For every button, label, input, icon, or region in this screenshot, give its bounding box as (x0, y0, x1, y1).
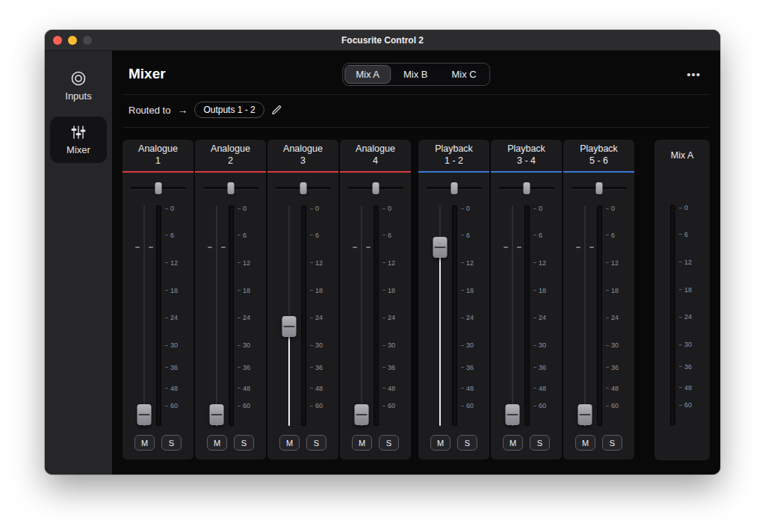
scale-tick-icon (382, 388, 385, 389)
mute-button[interactable]: M (352, 435, 372, 451)
pan-slider[interactable] (572, 182, 627, 194)
solo-button[interactable]: S (457, 435, 477, 451)
scale-number: 36 (388, 364, 395, 371)
db-scale-label: 60 (533, 402, 546, 409)
pan-slider[interactable] (203, 182, 258, 194)
scale-tick-icon (606, 235, 609, 235)
db-scale-label: 18 (165, 287, 178, 294)
sidebar-item-mixer[interactable]: Mixer (50, 117, 107, 163)
pan-slider[interactable] (276, 182, 331, 194)
scale-number: 6 (466, 232, 470, 239)
more-options-button[interactable]: ••• (684, 66, 704, 82)
page-title: Mixer (128, 66, 166, 82)
mixer-header: Mixer Mix AMix BMix C ••• (123, 51, 710, 95)
sidebar-item-inputs[interactable]: Inputs (50, 63, 107, 109)
mix-tab-mix-a[interactable]: Mix A (344, 65, 391, 84)
traffic-lights (53, 30, 92, 50)
output-destination-chip[interactable]: Outputs 1 - 2 (194, 102, 264, 118)
scale-tick-icon (606, 406, 609, 406)
pan-slider[interactable] (348, 182, 403, 194)
fader-handle[interactable] (578, 404, 592, 425)
scale-number: 12 (315, 259, 323, 267)
minimize-button[interactable] (68, 36, 77, 45)
channel-accent-bar (267, 171, 338, 173)
db-scale-label: 24 (165, 314, 178, 321)
fader-handle[interactable] (355, 404, 369, 425)
solo-button[interactable]: S (306, 435, 326, 451)
scale-tick-icon (606, 208, 609, 209)
pan-handle[interactable] (450, 182, 457, 194)
channel-number: 1 (155, 155, 161, 167)
db-scale-label: 60 (238, 402, 250, 409)
db-scale-label: 24 (679, 313, 692, 321)
mix-tab-mix-b[interactable]: Mix B (392, 65, 439, 84)
fader-handle[interactable] (282, 316, 297, 337)
pan-handle[interactable] (372, 182, 379, 194)
close-button[interactable] (53, 36, 62, 45)
mute-button[interactable]: M (279, 435, 300, 451)
scale-number: 18 (684, 286, 692, 294)
scale-number: 0 (243, 205, 247, 212)
zoom-button[interactable] (83, 36, 92, 45)
db-scale-label: 60 (310, 402, 323, 409)
solo-button[interactable]: S (161, 435, 182, 451)
mute-button[interactable]: M (430, 435, 450, 451)
db-scale-label: 30 (606, 341, 619, 349)
mute-solo-row: M S (503, 435, 550, 451)
db-scale-label: 60 (461, 402, 474, 409)
db-scale-label: 30 (310, 341, 323, 349)
scale-number: 12 (170, 259, 178, 267)
db-scale-label: 24 (606, 314, 619, 321)
solo-button[interactable]: S (530, 435, 550, 451)
scale-tick-icon (679, 387, 682, 388)
channel-header: Playback 5 - 6 (563, 140, 634, 171)
db-scale-label: 12 (461, 259, 474, 267)
mute-button[interactable]: M (503, 435, 523, 451)
pan-handle[interactable] (595, 182, 602, 194)
pan-handle[interactable] (523, 182, 530, 194)
solo-button[interactable]: S (379, 435, 399, 451)
fader-handle[interactable] (137, 404, 152, 425)
db-scale-label: 36 (310, 364, 323, 371)
fader-handle[interactable] (506, 404, 520, 425)
titlebar[interactable]: Focusrite Control 2 (45, 30, 720, 51)
scale-number: 30 (315, 341, 323, 349)
mix-tab-mix-c[interactable]: Mix C (441, 65, 488, 84)
channel-accent-bar (491, 171, 562, 173)
solo-button[interactable]: S (602, 435, 622, 451)
pan-handle[interactable] (227, 182, 234, 194)
mute-button[interactable]: M (207, 435, 227, 451)
channel-strip-playback-5-6: Playback 5 - 6 0 6 12 18 24 (563, 140, 634, 460)
mute-solo-row: M S (575, 435, 622, 451)
scale-tick-icon (533, 318, 536, 318)
fader-track (216, 205, 217, 426)
pan-handle[interactable] (155, 182, 161, 194)
scale-tick-icon (382, 406, 385, 406)
scale-number: 18 (539, 287, 546, 294)
pan-slider[interactable] (499, 182, 554, 194)
solo-button[interactable]: S (234, 435, 254, 451)
fader-handle[interactable] (433, 237, 447, 258)
pan-handle[interactable] (300, 182, 306, 194)
scale-number: 0 (466, 205, 470, 212)
scale-number: 24 (315, 314, 323, 321)
db-scale-label: 36 (606, 364, 619, 371)
db-scale-label: 6 (238, 232, 247, 239)
scale-tick-icon (238, 345, 241, 346)
fader-track (584, 205, 586, 426)
fader-handle[interactable] (210, 404, 224, 425)
fader-area: 0 6 12 18 24 30 36 48 60 (504, 205, 548, 426)
db-scale-label: 18 (382, 287, 395, 294)
mute-button[interactable]: M (134, 435, 155, 451)
scale-tick-icon (165, 406, 168, 406)
scale-tick-icon (461, 406, 464, 406)
edit-routing-icon[interactable] (271, 105, 282, 116)
pan-slider[interactable] (131, 182, 186, 194)
scale-tick-icon (382, 345, 385, 346)
db-scale-label: 36 (382, 364, 395, 371)
pan-slider[interactable] (427, 182, 482, 194)
scale-tick-icon (679, 405, 682, 406)
mute-button[interactable]: M (575, 435, 595, 451)
scale-number: 18 (243, 287, 250, 294)
scale-number: 48 (611, 385, 619, 392)
